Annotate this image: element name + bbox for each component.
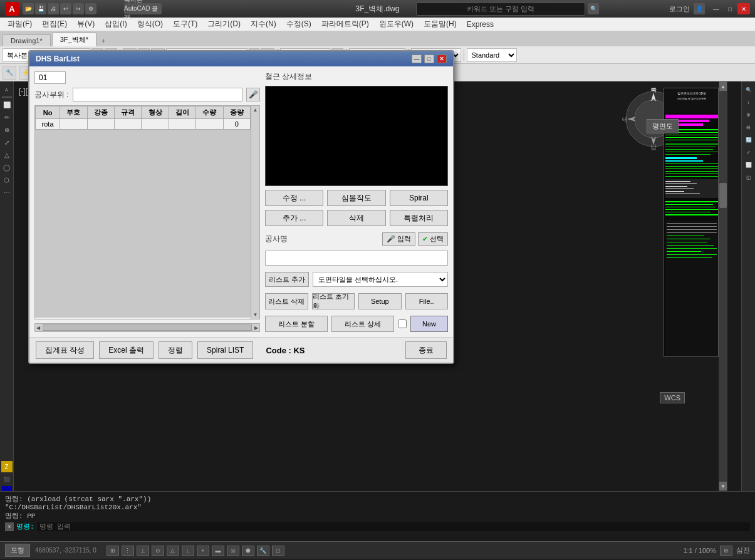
- search-icon[interactable]: 🔍: [588, 3, 599, 14]
- sidebar-icon-bottom2[interactable]: ⬛: [1, 474, 13, 485]
- ortho-btn[interactable]: ⊥: [137, 546, 149, 556]
- file-button[interactable]: File..: [405, 293, 449, 309]
- tab-3f-wall[interactable]: 3F_벽체*: [52, 33, 96, 46]
- add-button[interactable]: 추가 ...: [265, 210, 323, 226]
- grid-btn[interactable]: ⋮: [122, 546, 134, 556]
- tab-drawing1[interactable]: Drawing1*: [3, 34, 51, 46]
- scroll-down-icon[interactable]: ▼: [253, 312, 258, 318]
- excel-button[interactable]: Excel 출력: [99, 341, 154, 359]
- sidebar-icon-5[interactable]: ⊕: [1, 124, 13, 135]
- menu-view[interactable]: 뷰(V): [72, 18, 100, 31]
- vscrollbar-thumb[interactable]: [719, 183, 727, 208]
- menu-express[interactable]: Express: [462, 19, 499, 30]
- menu-parametric[interactable]: 파라메트릭(P): [316, 18, 374, 31]
- close-dialog-button[interactable]: 종료: [405, 341, 447, 359]
- spiral-list-button[interactable]: Spiral LIST: [197, 341, 253, 359]
- menu-modify[interactable]: 수정(S): [281, 18, 316, 31]
- new-button[interactable]: New: [410, 316, 448, 332]
- section-id-input[interactable]: [34, 71, 260, 84]
- qs-btn[interactable]: ⬟: [242, 546, 254, 556]
- rp-icon-6[interactable]: ⤢: [743, 147, 754, 158]
- print-icon[interactable]: 🖨: [48, 3, 59, 14]
- minimize-button[interactable]: —: [710, 3, 722, 14]
- rp-icon-5[interactable]: 🔄: [743, 134, 754, 145]
- list-add-button[interactable]: 리스트 추가: [265, 272, 309, 287]
- list-detail-button[interactable]: 리스트 상세: [331, 316, 394, 332]
- dialog-maximize-button[interactable]: □: [424, 54, 434, 63]
- menu-help[interactable]: 도움말(H): [419, 18, 462, 31]
- special-button[interactable]: 특렬처리: [390, 210, 448, 226]
- menu-tools[interactable]: 도구(T): [168, 18, 202, 31]
- rp-icon-8[interactable]: ◱: [743, 172, 754, 183]
- menu-dimension[interactable]: 지수(N): [246, 18, 281, 31]
- menu-file[interactable]: 파일(F): [3, 18, 37, 31]
- sidebar-icon-3[interactable]: ⬜: [1, 99, 13, 110]
- sidebar-icon-7[interactable]: △: [1, 149, 13, 160]
- section-id-field[interactable]: [34, 71, 66, 84]
- toolbar-extra1[interactable]: 복사본 AutoCAD 클래...: [124, 3, 162, 14]
- rp-icon-1[interactable]: 🔍: [743, 84, 754, 95]
- list-reset-button[interactable]: 리스트 초기화: [312, 293, 355, 309]
- sidebar-icon-1[interactable]: A: [1, 84, 13, 95]
- rp-icon-3[interactable]: ⊕: [743, 109, 754, 120]
- sidebar-icon-bottom3[interactable]: [2, 486, 12, 491]
- rp-icon-4[interactable]: ⊟: [743, 122, 754, 133]
- gongsa-buwi-input[interactable]: [73, 88, 242, 101]
- sidebar-icon-4[interactable]: ✏: [1, 111, 13, 123]
- snap2-btn[interactable]: △: [167, 546, 179, 556]
- symbol-button[interactable]: 심볼작도: [327, 190, 385, 206]
- input-button[interactable]: 🎤 입력: [382, 232, 415, 246]
- list-split-button[interactable]: 리스트 분할: [265, 316, 328, 332]
- standard3-select[interactable]: Standard: [467, 48, 517, 62]
- sort-button[interactable]: 정렬: [159, 341, 192, 359]
- snap-btn[interactable]: ⊞: [107, 546, 119, 556]
- face-label-button[interactable]: 평면도: [647, 119, 679, 133]
- edit-button[interactable]: 수정 ...: [265, 190, 323, 206]
- zoom-btn[interactable]: ⊕: [720, 546, 732, 556]
- rp-icon-2[interactable]: ↕: [743, 96, 754, 108]
- rp-icon-7[interactable]: ⬜: [743, 159, 754, 170]
- wcs-button[interactable]: WCS: [660, 392, 685, 403]
- vscrollbar[interactable]: ▲ ▼: [719, 81, 727, 491]
- menu-window[interactable]: 윈도우(W): [374, 18, 419, 31]
- command-input[interactable]: [37, 522, 750, 531]
- sidebar-icon-9[interactable]: ⬡: [1, 174, 13, 185]
- lw-btn[interactable]: ▬: [212, 546, 224, 556]
- gongsa-mic-button[interactable]: 🎤: [246, 88, 260, 101]
- sidebar-icon-8[interactable]: ◯: [1, 162, 13, 173]
- sidebar-icon-2[interactable]: [2, 96, 12, 98]
- user-icon[interactable]: 👤: [694, 3, 705, 14]
- list-file-select[interactable]: 도면타일을 선택하십시오.: [313, 272, 448, 287]
- scroll-left-icon[interactable]: ◀: [35, 325, 41, 331]
- table-scrollbar[interactable]: ▲ ▼: [251, 106, 259, 319]
- tab-add-button[interactable]: +: [98, 35, 109, 46]
- new-checkbox[interactable]: [398, 319, 407, 328]
- dialog-minimize-button[interactable]: —: [412, 54, 422, 63]
- layer-btn1[interactable]: 🔧: [3, 66, 16, 80]
- delete-button[interactable]: 삭제: [327, 210, 385, 226]
- search-bar[interactable]: 키워드 또는 구절 입력: [416, 3, 585, 16]
- sc-btn[interactable]: 🔧: [257, 546, 269, 556]
- spiral-button[interactable]: Spiral: [390, 190, 448, 206]
- tp-btn[interactable]: ◎: [227, 546, 239, 556]
- select-button[interactable]: ✔ 선택: [418, 232, 448, 246]
- save-icon[interactable]: 💾: [35, 3, 46, 14]
- setup-button[interactable]: Setup: [358, 293, 402, 309]
- redo-icon[interactable]: ↪: [73, 3, 84, 14]
- hscrollbar[interactable]: ◀ ▶: [34, 323, 260, 332]
- gongsa-name-input[interactable]: [265, 251, 448, 266]
- polar-btn[interactable]: ⊙: [152, 546, 164, 556]
- menu-edit[interactable]: 편집(E): [37, 18, 72, 31]
- dialog-close-button[interactable]: ✕: [437, 54, 447, 63]
- close-button[interactable]: ✕: [737, 3, 750, 14]
- maximize-button[interactable]: □: [724, 3, 736, 14]
- sidebar-icon-10[interactable]: ⋯: [1, 187, 13, 198]
- scroll-up-icon[interactable]: ▲: [253, 107, 258, 113]
- settings-icon[interactable]: ⚙: [85, 3, 96, 14]
- otrack-btn[interactable]: ⟂: [182, 546, 194, 556]
- login-label[interactable]: 로그인: [669, 4, 690, 14]
- close-prompt-icon[interactable]: ✕: [5, 522, 14, 531]
- model-tab[interactable]: 모형: [5, 544, 30, 557]
- open-icon[interactable]: 📂: [23, 3, 34, 14]
- iso-btn[interactable]: ◻: [272, 546, 284, 556]
